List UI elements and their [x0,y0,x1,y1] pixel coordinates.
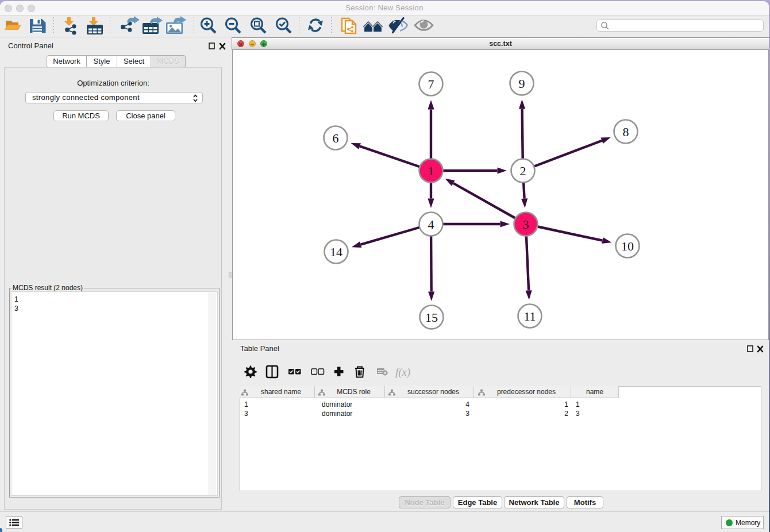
svg-text:14: 14 [330,245,342,259]
svg-text:8: 8 [623,125,629,139]
svg-text:15: 15 [425,310,438,325]
svg-text:2: 2 [520,164,526,178]
svg-text:3: 3 [523,217,529,232]
svg-text:1: 1 [428,164,434,178]
svg-text:6: 6 [333,131,339,145]
svg-text:7: 7 [428,77,434,91]
svg-text:4: 4 [428,217,434,232]
svg-text:f(x): f(x) [395,366,410,379]
svg-text:9: 9 [519,76,525,91]
svg-text:10: 10 [621,239,634,253]
svg-text:11: 11 [523,309,536,323]
